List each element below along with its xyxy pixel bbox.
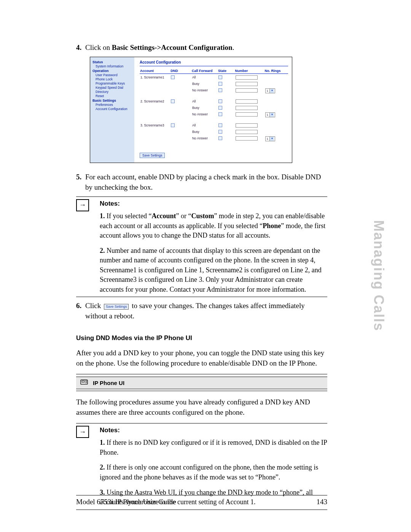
number-input[interactable] (236, 123, 258, 128)
number-input[interactable] (236, 106, 258, 110)
nav-item[interactable]: Account Configuration (96, 107, 132, 111)
paragraph: The following procedures assume you have… (76, 397, 327, 418)
cell-callforward: Busy (191, 80, 218, 87)
table-row: 3. Screenname3All (140, 122, 288, 128)
cell-dnd (170, 87, 191, 93)
state-checkbox[interactable] (218, 123, 222, 127)
number-input[interactable] (236, 75, 258, 80)
number-input[interactable] (236, 112, 258, 117)
state-checkbox[interactable] (218, 112, 222, 116)
cell-norings (264, 104, 288, 111)
cell-state (218, 122, 235, 128)
nav-item[interactable]: Directory (96, 90, 132, 94)
cell-number (235, 98, 264, 104)
svg-rect-1 (82, 381, 84, 382)
table-row: Busy (140, 128, 288, 135)
cell-dnd (170, 73, 191, 80)
main-content: 4. Click on Basic Settings->Account Conf… (76, 43, 327, 510)
notes-block: → Notes: 1. If you selected “Account” or… (76, 199, 327, 300)
cell-norings: 1▾ (264, 87, 288, 93)
rule (76, 423, 327, 423)
state-checkbox[interactable] (218, 130, 222, 134)
chevron-down-icon: ▾ (269, 113, 274, 117)
cell-norings (264, 122, 288, 128)
step-number: 5. (76, 172, 85, 193)
no-rings-select[interactable]: 1▾ (265, 136, 275, 141)
nav-item[interactable]: System Information (96, 64, 132, 68)
cell-norings (264, 73, 288, 80)
cell-callforward: Busy (191, 128, 218, 135)
state-checkbox[interactable] (218, 99, 222, 103)
account-config-ui: Status System Information Operation User… (90, 57, 292, 163)
cell-state (218, 128, 235, 135)
number-input[interactable] (236, 88, 258, 93)
no-rings-select[interactable]: 1▾ (265, 88, 275, 93)
cell-state (218, 135, 235, 141)
text: Click (85, 302, 103, 310)
nav-header: Status (92, 60, 132, 64)
step-6: 6. Click Save Settings to save your chan… (76, 301, 327, 321)
text: Click on (85, 43, 112, 51)
note-item: 2. If there is only one account configur… (100, 463, 327, 482)
note-number: 2. (100, 247, 105, 254)
cell-callforward: All (191, 73, 218, 80)
text: If there is no DND key configured or if … (100, 439, 327, 456)
cell-account: 2. Screenname2 (140, 98, 170, 104)
nav-item[interactable]: Keypad Speed Dial (96, 86, 132, 89)
ui-main-panel: Account Configuration Account DND Call F… (134, 57, 292, 163)
number-input[interactable] (236, 99, 258, 104)
cell-account (140, 104, 170, 111)
nav-item[interactable]: User Password (96, 73, 132, 77)
number-input[interactable] (236, 82, 258, 86)
cell-number (235, 128, 264, 135)
save-settings-button[interactable]: Save Settings (140, 153, 165, 158)
cell-state (218, 104, 235, 111)
number-input[interactable] (236, 136, 258, 141)
nav-item[interactable]: Preferences (96, 103, 132, 107)
no-rings-select[interactable]: 1▾ (265, 112, 275, 117)
arrow-icon: → (76, 426, 89, 438)
state-checkbox[interactable] (218, 106, 222, 110)
state-checkbox[interactable] (218, 136, 222, 140)
cell-callforward: All (191, 98, 218, 104)
nav-item[interactable]: Reset (96, 94, 132, 98)
cell-account (140, 128, 170, 135)
table-row: No Answer1▾ (140, 111, 288, 117)
cell-norings: 1▾ (264, 111, 288, 117)
ui-bar-label: IP Phone UI (93, 380, 124, 386)
bold: Account (151, 212, 176, 220)
state-checkbox[interactable] (218, 75, 222, 79)
footer-left: Model 6753i IP Phone User Guide (76, 498, 176, 506)
cell-state (218, 87, 235, 93)
cell-dnd (170, 98, 191, 104)
col-number: Number (235, 69, 264, 74)
state-checkbox[interactable] (218, 82, 222, 86)
state-checkbox[interactable] (218, 88, 222, 92)
dnd-checkbox[interactable] (171, 99, 175, 103)
paragraph: After you add a DND key to your phone, y… (76, 348, 327, 369)
nav-header: Operation (92, 69, 132, 73)
dnd-checkbox[interactable] (171, 75, 175, 79)
cell-callforward: Busy (191, 104, 218, 111)
number-input[interactable] (236, 130, 258, 134)
ip-phone-ui-bar: IP Phone UI (76, 377, 327, 389)
cell-number (235, 104, 264, 111)
cell-dnd (170, 135, 191, 141)
text: If you selected “ (107, 212, 151, 220)
cell-account (140, 135, 170, 141)
cell-number (235, 73, 264, 80)
dnd-checkbox[interactable] (171, 123, 175, 127)
chevron-down-icon: ▾ (269, 137, 274, 141)
cell-dnd (170, 111, 191, 117)
cell-number (235, 111, 264, 117)
notes-body: Notes: 1. If you selected “Account” or “… (100, 199, 327, 300)
nav-item[interactable]: Phone Lock (96, 77, 132, 81)
rule (76, 374, 327, 374)
svg-rect-0 (81, 380, 88, 385)
footer-page-number: 143 (317, 498, 328, 506)
cell-dnd (170, 128, 191, 135)
nav-item[interactable]: Programmable Keys (96, 81, 132, 85)
ui-bar-block: IP Phone UI (76, 377, 327, 389)
cell-state (218, 98, 235, 104)
bold: Phone (263, 222, 281, 230)
